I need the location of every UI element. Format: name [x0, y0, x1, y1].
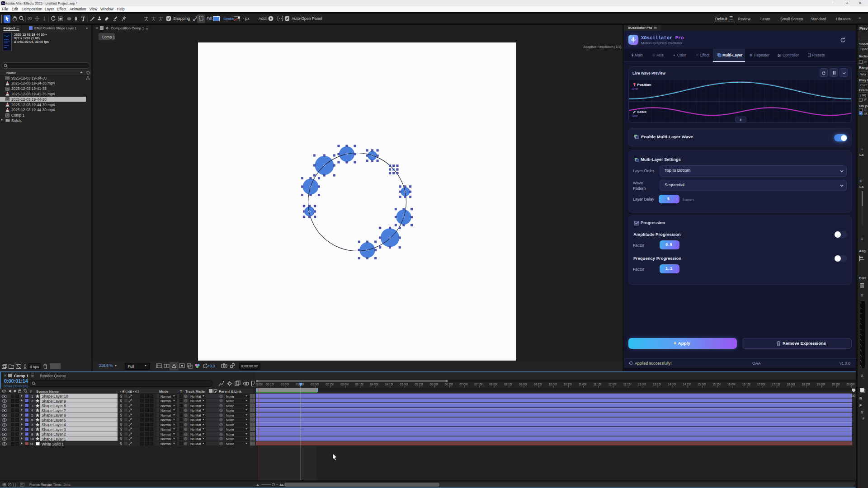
svg-text:18:00f: 18:00f — [787, 383, 795, 386]
svg-text:04:00f: 04:00f — [370, 383, 378, 386]
svg-text:12:00f: 12:00f — [609, 383, 617, 386]
svg-text:15:15f: 15:15f — [712, 383, 721, 386]
svg-text:09:00f: 09:00f — [519, 383, 527, 386]
svg-text:19:15f: 19:15f — [831, 383, 840, 386]
svg-text:16:00f: 16:00f — [727, 383, 736, 386]
svg-text:14:00f: 14:00f — [668, 383, 676, 386]
svg-text:13:15f: 13:15f — [653, 383, 661, 386]
svg-text:20:00f: 20:00f — [846, 383, 854, 386]
svg-text:01:00f: 01:00f — [281, 383, 289, 386]
svg-text:02:15f: 02:15f — [326, 383, 334, 386]
svg-text:17:15f: 17:15f — [772, 383, 780, 386]
svg-text:04:15f: 04:15f — [385, 383, 393, 386]
svg-text:0:00f: 0:00f — [256, 383, 262, 386]
svg-text:11:15f: 11:15f — [594, 383, 602, 386]
svg-text:06:00f: 06:00f — [429, 383, 438, 386]
svg-text:00:15f: 00:15f — [266, 383, 274, 386]
svg-text:08:15f: 08:15f — [504, 383, 512, 386]
svg-text:08:00f: 08:00f — [489, 383, 497, 386]
svg-text:15:00f: 15:00f — [698, 383, 706, 386]
svg-text:11:00f: 11:00f — [579, 383, 587, 386]
svg-text:06:15f: 06:15f — [444, 383, 453, 386]
svg-text:12:15f: 12:15f — [623, 383, 631, 386]
svg-text:14:15f: 14:15f — [683, 383, 691, 386]
svg-text:10:00f: 10:00f — [549, 383, 557, 386]
svg-text:03:15f: 03:15f — [355, 383, 363, 386]
svg-text:05:00f: 05:00f — [400, 383, 408, 386]
svg-text:10:15f: 10:15f — [564, 383, 572, 386]
svg-text:09:15f: 09:15f — [534, 383, 542, 386]
svg-text:19:00f: 19:00f — [816, 383, 825, 386]
svg-text:18:15f: 18:15f — [802, 383, 810, 386]
svg-text:05:15f: 05:15f — [415, 383, 423, 386]
svg-text:16:15f: 16:15f — [742, 383, 750, 386]
svg-text:02:00f: 02:00f — [311, 383, 319, 386]
svg-text:13:00f: 13:00f — [638, 383, 646, 386]
svg-text:07:15f: 07:15f — [474, 383, 482, 386]
svg-text:17:00f: 17:00f — [757, 383, 765, 386]
svg-text:03:00f: 03:00f — [340, 383, 349, 386]
svg-text:07:00f: 07:00f — [459, 383, 467, 386]
